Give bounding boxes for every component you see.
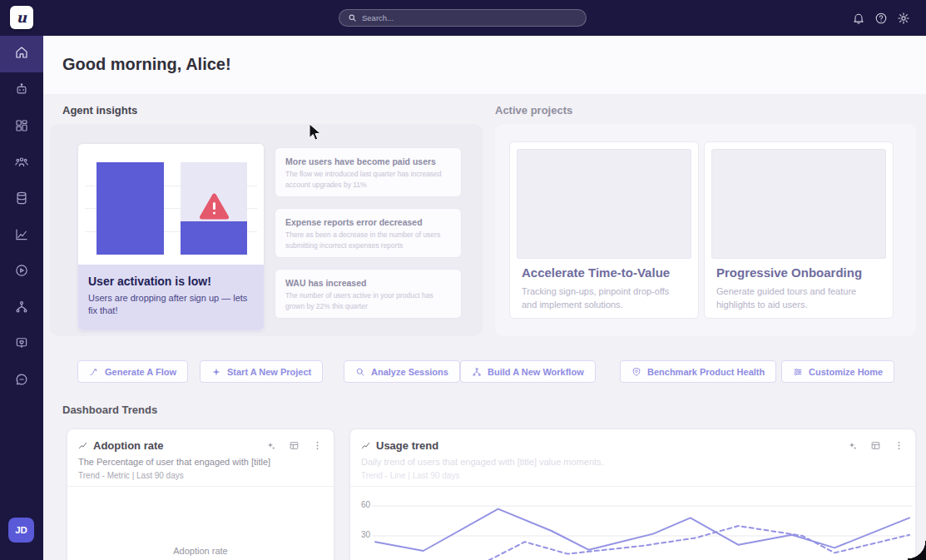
insight-card-wau[interactable]: WAU has increased The number of users ac… bbox=[275, 269, 462, 319]
kebab-menu-icon[interactable] bbox=[312, 440, 323, 451]
topbar: u bbox=[0, 0, 926, 36]
avatar-initials: JD bbox=[15, 525, 27, 535]
table-icon[interactable] bbox=[289, 440, 300, 451]
y-axis-tick-60: 60 bbox=[361, 500, 370, 509]
workflow-icon bbox=[472, 367, 482, 377]
button-label: Analyze Sessions bbox=[371, 367, 448, 377]
adoption-rate-card: Adoption rate The Percentage of user tha… bbox=[67, 429, 334, 560]
insight-card-description: The number of users active in your produ… bbox=[285, 290, 451, 312]
card-header: Usage trend bbox=[361, 439, 904, 452]
sidebar-item-chat[interactable] bbox=[0, 363, 43, 399]
start-new-project-button[interactable]: Start A New Project bbox=[200, 360, 323, 383]
search-icon bbox=[348, 13, 357, 22]
search-bar[interactable] bbox=[339, 9, 587, 27]
y-axis-tick-30: 30 bbox=[361, 530, 370, 539]
insight-card-expense-reports[interactable]: Expense reports error decreased There as… bbox=[275, 208, 462, 258]
sidebar-item-audience[interactable] bbox=[0, 146, 43, 182]
project-title: Accelerate Time-to-Value bbox=[522, 265, 670, 280]
flows-icon bbox=[14, 300, 29, 318]
benchmark-health-button[interactable]: Benchmark Product Health bbox=[620, 360, 776, 383]
sidebar: JD bbox=[0, 36, 43, 560]
button-label: Start A New Project bbox=[227, 367, 311, 377]
button-label: Benchmark Product Health bbox=[647, 367, 765, 377]
bottom-right-overlay-corner bbox=[908, 541, 926, 560]
sidebar-item-surveys[interactable] bbox=[0, 326, 43, 363]
project-title: Progressive Onboarding bbox=[716, 265, 862, 280]
card-title: Usage trend bbox=[376, 439, 438, 452]
card-header: Adoption rate bbox=[78, 439, 323, 452]
bell-icon[interactable] bbox=[851, 11, 866, 26]
analyze-sessions-button[interactable]: Analyze Sessions bbox=[344, 360, 460, 383]
card-description: The Percentage of user that engaged with… bbox=[78, 457, 270, 467]
card-meta: Trend - Line | Last 90 days bbox=[361, 471, 459, 480]
shield-heart-icon bbox=[631, 367, 641, 377]
project-card-onboarding[interactable]: Progressive Onboarding Generate guided t… bbox=[704, 141, 894, 319]
insight-description: Users are dropping after sign up — lets … bbox=[88, 292, 254, 317]
app-screen: u bbox=[0, 0, 926, 560]
card-header-actions bbox=[265, 440, 323, 451]
flow-icon bbox=[89, 367, 99, 377]
insight-card-title: More users have become paid users bbox=[285, 156, 451, 166]
chat-icon bbox=[14, 372, 29, 390]
card-meta: Trend - Metric | Last 90 days bbox=[78, 471, 184, 480]
surveys-icon bbox=[14, 335, 29, 354]
project-thumbnail bbox=[711, 149, 886, 259]
project-card-time-to-value[interactable]: Accelerate Time-to-Value Tracking sign-u… bbox=[509, 141, 699, 319]
usage-trend-line-chart bbox=[372, 489, 913, 560]
analytics-icon bbox=[14, 227, 29, 245]
generate-flow-button[interactable]: Generate A Flow bbox=[77, 360, 188, 383]
sidebar-item-data[interactable] bbox=[0, 181, 43, 218]
project-thumbnail bbox=[517, 149, 691, 259]
insight-card-description: There as been a decrease in the number o… bbox=[285, 230, 451, 251]
dashboard-trends-title: Dashboard Trends bbox=[62, 404, 157, 416]
assistant-bot-icon bbox=[14, 82, 29, 100]
project-description: Generate guided tours and feature highli… bbox=[716, 285, 879, 312]
insight-card-paid-users[interactable]: More users have become paid users The fl… bbox=[275, 147, 462, 197]
sidebar-item-replays[interactable] bbox=[0, 254, 43, 290]
insight-card-title: WAU has increased bbox=[285, 278, 451, 288]
trend-chart-icon bbox=[361, 441, 371, 451]
sparkle-ai-icon[interactable] bbox=[265, 440, 276, 451]
home-icon bbox=[14, 45, 29, 63]
insight-title: User activation is low! bbox=[88, 275, 254, 288]
magnifier-icon bbox=[355, 367, 365, 377]
insight-card-title: Expense reports error decreased bbox=[285, 217, 451, 227]
app-logo[interactable]: u bbox=[10, 6, 33, 29]
avatar[interactable]: JD bbox=[8, 518, 34, 543]
bar-after bbox=[181, 221, 247, 255]
sidebar-item-home[interactable] bbox=[0, 36, 43, 72]
sidebar-item-dashboards[interactable] bbox=[0, 109, 43, 146]
gear-icon[interactable] bbox=[896, 11, 911, 26]
sidebar-item-analytics[interactable] bbox=[0, 218, 43, 255]
sidebar-item-assistant[interactable] bbox=[0, 72, 43, 109]
insight-card-description: The flow we introduced last quarter has … bbox=[285, 169, 451, 191]
search-input[interactable] bbox=[362, 13, 577, 22]
chart-x-axis-label: Adoption rate bbox=[67, 546, 334, 556]
card-description: Daily trend of users that engaged with [… bbox=[361, 457, 604, 467]
active-projects-title: Active projects bbox=[495, 104, 572, 116]
agent-insights-title: Agent insights bbox=[62, 104, 137, 116]
card-header-actions bbox=[847, 440, 904, 451]
button-label: Generate A Flow bbox=[105, 367, 176, 377]
build-workflow-button[interactable]: Build A New Workflow bbox=[460, 360, 596, 383]
insight-card-user-activation[interactable]: User activation is low! Users are droppi… bbox=[77, 143, 265, 331]
usage-trend-card: Usage trend Daily trend of users that en… bbox=[349, 429, 916, 560]
button-label: Build A New Workflow bbox=[488, 367, 584, 377]
kebab-menu-icon[interactable] bbox=[894, 440, 904, 451]
page-title: Good morning, Alice! bbox=[43, 36, 926, 74]
table-icon[interactable] bbox=[870, 440, 881, 451]
greeting-band: Good morning, Alice! bbox=[43, 36, 926, 94]
button-label: Customize Home bbox=[809, 367, 883, 377]
card-title: Adoption rate bbox=[93, 439, 164, 452]
topbar-icons bbox=[851, 0, 911, 36]
dashboard-icon bbox=[14, 118, 29, 136]
session-replay-icon bbox=[14, 263, 29, 281]
insight-highlight-band: User activation is low! Users are droppi… bbox=[78, 265, 264, 330]
customize-home-button[interactable]: Customize Home bbox=[781, 360, 894, 383]
sparkle-icon bbox=[211, 367, 221, 377]
help-icon[interactable] bbox=[874, 11, 889, 26]
sparkle-ai-icon[interactable] bbox=[847, 440, 858, 451]
divider bbox=[67, 486, 334, 487]
trend-chart-icon bbox=[78, 441, 88, 451]
sidebar-item-flows[interactable] bbox=[0, 290, 43, 327]
